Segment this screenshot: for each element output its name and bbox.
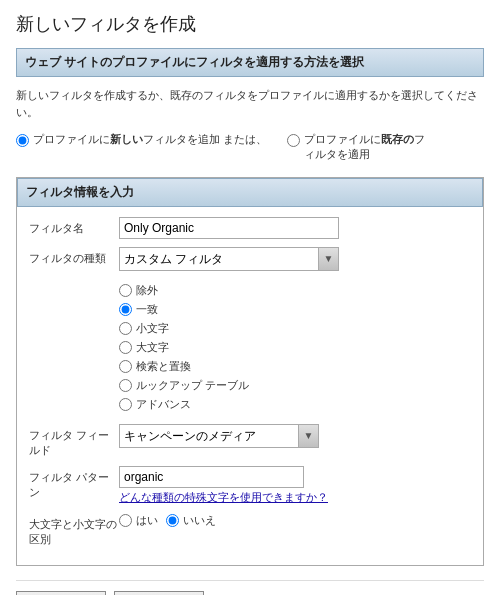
filter-kind-row: 除外 一致 小文字 大文字 検索と置換 [29,279,471,416]
upper-radio[interactable] [119,341,132,354]
lookup-radio[interactable] [119,379,132,392]
lower-radio[interactable] [119,322,132,335]
filter-field-select[interactable]: キャンペーンのメディア [120,426,298,446]
filter-field-row: フィルタ フィールド キャンペーンのメディア ▼ [29,424,471,458]
filter-kind-radio-list: 除外 一致 小文字 大文字 検索と置換 [119,279,471,416]
filter-type-dropdown-arrow: ▼ [318,248,338,270]
existing-filter-option[interactable]: プロファイルに既存のフィルタを適用 [287,132,427,163]
exclude-radio[interactable] [119,284,132,297]
case-sensitivity-row: 大文字と小文字の区別 はい いいえ [29,513,471,547]
case-no-radio[interactable] [166,514,179,527]
existing-filter-radio[interactable] [287,134,300,147]
special-chars-link[interactable]: どんな種類の特殊文字を使用できますか？ [119,491,328,503]
searchreplace-radio[interactable] [119,360,132,373]
filter-kind-control: 除外 一致 小文字 大文字 検索と置換 [119,279,471,416]
cancel-button[interactable]: キャンセル [114,591,204,595]
filter-type-row: フィルタの種類 カスタム フィルタ ▼ [29,247,471,271]
filter-pattern-control: どんな種類の特殊文字を使用できますか？ [119,466,471,505]
radio-exclude[interactable]: 除外 [119,283,471,298]
radio-lower[interactable]: 小文字 [119,321,471,336]
filter-field-dropdown-arrow: ▼ [298,425,318,447]
filter-pattern-row: フィルタ パターン どんな種類の特殊文字を使用できますか？ [29,466,471,505]
radio-lookup[interactable]: ルックアップ テーブル [119,378,471,393]
filter-field-control: キャンペーンのメディア ▼ [119,424,471,448]
filter-info-section: フィルタ情報を入力 フィルタ名 フィルタの種類 カスタム フィルタ ▼ 除外 [16,177,484,566]
radio-searchreplace[interactable]: 検索と置換 [119,359,471,374]
case-options: はい いいえ [119,513,471,528]
case-yes-option[interactable]: はい [119,513,158,528]
section1-header: ウェブ サイトのプロファイルにフィルタを適用する方法を選択 [16,48,484,77]
case-no-option[interactable]: いいえ [166,513,216,528]
case-sensitivity-label: 大文字と小文字の区別 [29,513,119,547]
searchreplace-label: 検索と置換 [136,359,191,374]
existing-filter-label: プロファイルに既存のフィルタを適用 [304,132,427,163]
filter-type-select-wrapper[interactable]: カスタム フィルタ ▼ [119,247,339,271]
section2-header: フィルタ情報を入力 [17,178,483,207]
exclude-label: 除外 [136,283,158,298]
upper-label: 大文字 [136,340,169,355]
new-filter-radio[interactable] [16,134,29,147]
lookup-label: ルックアップ テーブル [136,378,249,393]
filter-pattern-label: フィルタ パターン [29,466,119,500]
case-yes-label: はい [136,513,158,528]
page-title: 新しいフィルタを作成 [16,12,484,36]
new-filter-option[interactable]: プロファイルに新しいフィルタを追加 または、 [16,132,267,147]
filter-type-select[interactable]: カスタム フィルタ [120,249,318,269]
filter-field-select-wrapper[interactable]: キャンペーンのメディア ▼ [119,424,319,448]
profile-options: プロファイルに新しいフィルタを追加 または、 プロファイルに既存のフィルタを適用 [16,132,484,163]
filter-name-input[interactable] [119,217,339,239]
radio-advanced[interactable]: アドバンス [119,397,471,412]
case-no-label: いいえ [183,513,216,528]
advanced-radio[interactable] [119,398,132,411]
filter-pattern-input[interactable] [119,466,304,488]
match-radio[interactable] [119,303,132,316]
lower-label: 小文字 [136,321,169,336]
radio-upper[interactable]: 大文字 [119,340,471,355]
advanced-label: アドバンス [136,397,191,412]
filter-name-row: フィルタ名 [29,217,471,239]
filter-field-label: フィルタ フィールド [29,424,119,458]
new-filter-label: プロファイルに新しいフィルタを追加 または、 [33,132,267,147]
footer-buttons: 変更を保存 キャンセル [16,580,484,595]
radio-match[interactable]: 一致 [119,302,471,317]
filter-name-label: フィルタ名 [29,217,119,236]
filter-name-control [119,217,471,239]
filter-type-label: フィルタの種類 [29,247,119,266]
save-button[interactable]: 変更を保存 [16,591,106,595]
case-yes-radio[interactable] [119,514,132,527]
filter-kind-label-empty [29,279,119,283]
filter-type-control: カスタム フィルタ ▼ [119,247,471,271]
match-label: 一致 [136,302,158,317]
case-sensitivity-control: はい いいえ [119,513,471,528]
section1-description: 新しいフィルタを作成するか、既存のフィルタをプロファイルに適用するかを選択してく… [16,87,484,120]
